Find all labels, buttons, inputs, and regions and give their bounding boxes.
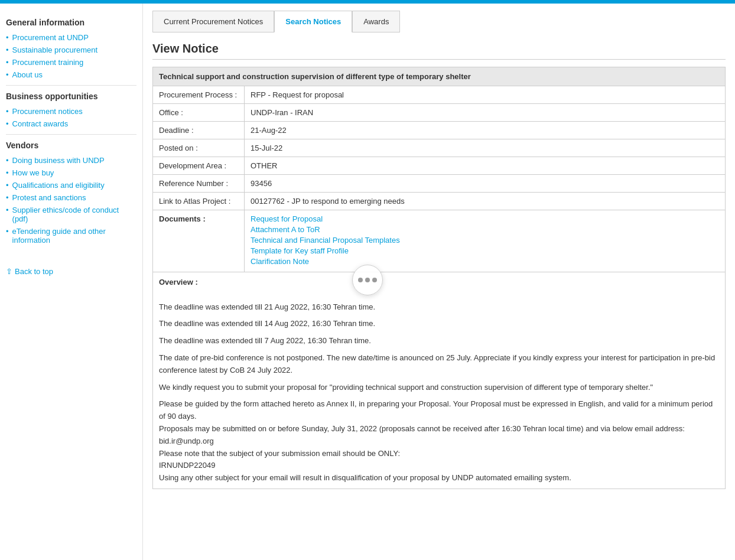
doc-link-template[interactable]: Template for Key staff Profile bbox=[251, 246, 719, 255]
sidebar-item-vendor[interactable]: Doing business with UNDP bbox=[6, 156, 136, 165]
value-development: OTHER bbox=[245, 157, 726, 175]
label-reference: Reference Number : bbox=[153, 175, 245, 193]
overview-p9: Using any other subject for your email w… bbox=[159, 473, 571, 482]
main-content: Current Procurement Notices Search Notic… bbox=[143, 4, 735, 560]
label-office: Office : bbox=[153, 104, 245, 122]
doc-link-technical[interactable]: Technical and Financial Proposal Templat… bbox=[251, 236, 719, 245]
sidebar-item-general[interactable]: Procurement training bbox=[6, 58, 136, 67]
label-development: Development Area : bbox=[153, 157, 245, 175]
overview-label: Overview : bbox=[159, 278, 198, 286]
label-posted: Posted on : bbox=[153, 139, 245, 157]
vendors-title: Vendors bbox=[6, 141, 136, 150]
sidebar-item-vendor[interactable]: Supplier ethics/code of conduct (pdf) bbox=[6, 206, 136, 223]
overview-cell: Overview : The deadline was extended til… bbox=[153, 272, 726, 489]
notice-title-cell: Technical support and construction super… bbox=[153, 67, 726, 86]
label-deadline: Deadline : bbox=[153, 122, 245, 139]
sidebar-item-general[interactable]: Sustainable procurement bbox=[6, 45, 136, 54]
doc-link-rfp[interactable]: Request for Proposal bbox=[251, 214, 719, 223]
sidebar-divider-2 bbox=[6, 134, 136, 135]
sidebar: General information Procurement at UNDPS… bbox=[0, 4, 143, 560]
tabs-container: Current Procurement Notices Search Notic… bbox=[152, 11, 726, 32]
notice-table: Technical support and construction super… bbox=[152, 67, 726, 489]
label-documents: Documents : bbox=[153, 210, 245, 272]
value-posted: 15-Jul-22 bbox=[245, 139, 726, 157]
back-to-top[interactable]: ⇧ Back to top bbox=[6, 262, 136, 281]
doc-link-clarification[interactable]: Clarification Note bbox=[251, 257, 719, 266]
overview-p8: Please note that the subject of your sub… bbox=[159, 449, 400, 458]
field-row-procurement: Procurement Process : RFP - Request for … bbox=[153, 86, 726, 104]
sidebar-item-vendor[interactable]: How we buy bbox=[6, 168, 136, 177]
value-office: UNDP-Iran - IRAN bbox=[245, 104, 726, 122]
value-reference: 93456 bbox=[245, 175, 726, 193]
sidebar-item-vendor[interactable]: Protest and sanctions bbox=[6, 193, 136, 202]
label-atlas: Link to Atlas Project : bbox=[153, 193, 245, 210]
value-procurement: RFP - Request for proposal bbox=[245, 86, 726, 104]
overview-p7: Proposals may be submitted on or before … bbox=[159, 424, 685, 433]
overview-email: bid.ir@undp.org bbox=[159, 437, 214, 445]
sidebar-item-general[interactable]: Procurement at UNDP bbox=[6, 33, 136, 42]
field-row-development: Development Area : OTHER bbox=[153, 157, 726, 175]
overview-p4: The date of pre-bid conference is not po… bbox=[159, 352, 719, 377]
sidebar-item-vendor[interactable]: eTendering guide and other information bbox=[6, 227, 136, 245]
field-row-deadline: Deadline : 21-Aug-22 bbox=[153, 122, 726, 139]
field-row-documents: Documents : Request for Proposal Attachm… bbox=[153, 210, 726, 272]
field-row-atlas: Link to Atlas Project : 00127762 - JP to… bbox=[153, 193, 726, 210]
label-procurement: Procurement Process : bbox=[153, 86, 245, 104]
sidebar-item-business[interactable]: Procurement notices bbox=[6, 107, 136, 116]
tab-current-procurement[interactable]: Current Procurement Notices bbox=[152, 11, 274, 32]
value-atlas: 00127762 - JP to respond to emerging nee… bbox=[245, 193, 726, 210]
tab-awards[interactable]: Awards bbox=[352, 11, 400, 32]
overview-ref-id: IRNUNDP22049 bbox=[159, 461, 215, 470]
overview-p5: We kindly request you to submit your pro… bbox=[159, 382, 719, 394]
business-title: Business opportunities bbox=[6, 92, 136, 101]
overview-p3: The deadline was extended till 7 Aug 202… bbox=[159, 335, 719, 347]
sidebar-item-business[interactable]: Contract awards bbox=[6, 119, 136, 128]
sidebar-divider-1 bbox=[6, 85, 136, 86]
general-info-title: General information bbox=[6, 18, 136, 27]
overview-p6: Please be guided by the form attached he… bbox=[159, 399, 713, 421]
tab-search-notices[interactable]: Search Notices bbox=[274, 11, 352, 32]
overview-p1: The deadline was extended till 21 Aug 20… bbox=[159, 301, 719, 314]
doc-link-attachment[interactable]: Attachment A to ToR bbox=[251, 225, 719, 234]
value-documents: Request for Proposal Attachment A to ToR… bbox=[245, 210, 726, 272]
notice-title-row: Technical support and construction super… bbox=[153, 67, 726, 86]
view-notice-heading: View Notice bbox=[152, 42, 726, 60]
field-row-posted: Posted on : 15-Jul-22 bbox=[153, 139, 726, 157]
sidebar-item-general[interactable]: About us bbox=[6, 70, 136, 79]
field-row-overview: Overview : The deadline was extended til… bbox=[153, 272, 726, 489]
up-arrow-icon: ⇧ bbox=[6, 267, 12, 276]
sidebar-item-vendor[interactable]: Qualifications and eligibility bbox=[6, 181, 136, 190]
field-row-office: Office : UNDP-Iran - IRAN bbox=[153, 104, 726, 122]
field-row-reference: Reference Number : 93456 bbox=[153, 175, 726, 193]
overview-p2: The deadline was extended till 14 Aug 20… bbox=[159, 318, 719, 330]
value-deadline: 21-Aug-22 bbox=[245, 122, 726, 139]
